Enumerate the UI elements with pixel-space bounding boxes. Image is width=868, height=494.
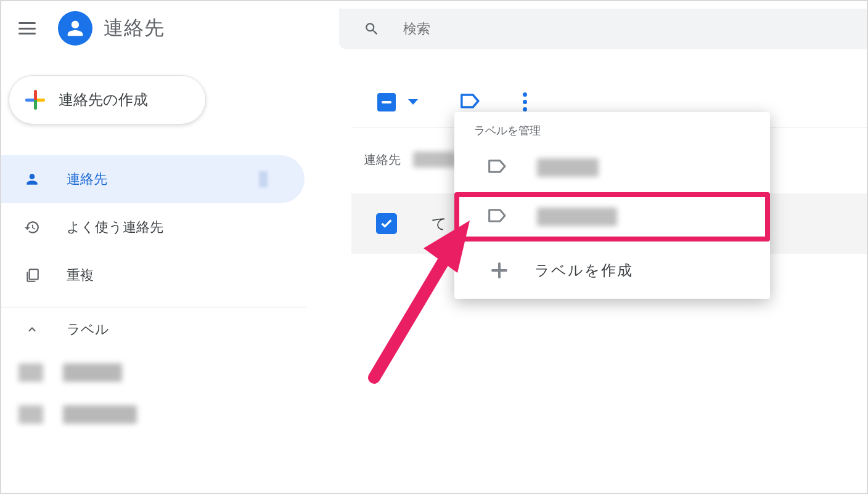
page-title: 連絡先 [104,15,165,42]
select-all-checkbox[interactable] [377,93,396,111]
history-icon [23,219,41,235]
popup-create-label-text: ラベルを作成 [534,261,633,280]
person-icon [66,19,84,38]
popup-label-text [537,158,599,177]
label-icon [18,405,43,424]
check-icon [380,217,393,230]
sidebar-item-contacts[interactable]: 連絡先 [1,155,305,203]
manage-labels-button[interactable] [460,93,481,111]
more-actions-button[interactable] [523,92,527,111]
sidebar-item-label: 連絡先 [67,170,107,188]
popup-title: ラベルを管理 [454,123,770,143]
contact-name: て [432,214,447,233]
label-text [63,363,122,382]
column-header: 連絡先 [351,144,456,175]
popup-label-item-highlighted[interactable] [454,192,770,241]
sidebar: 連絡先の作成 連絡先 よく使う連絡先 重複 ラベル [1,55,307,435]
sidebar-label-item[interactable] [1,352,307,394]
contacts-logo-icon[interactable] [58,11,92,46]
row-checkbox[interactable] [376,213,397,234]
sidebar-nav: 連絡先 よく使う連絡先 重複 [1,155,307,299]
search-input[interactable] [380,21,750,37]
person-icon [23,171,41,187]
popup-create-label-button[interactable]: ラベルを作成 [454,242,770,299]
search-icon [364,21,380,37]
sidebar-item-count [259,171,268,187]
column-header-extra [413,152,456,168]
sidebar-label-item[interactable] [1,394,307,435]
label-icon [488,208,507,225]
plus-icon [25,90,45,110]
popup-label-text [537,208,617,226]
sidebar-item-label: よく使う連絡先 [67,218,163,237]
create-contact-button[interactable]: 連絡先の作成 [9,75,206,124]
labels-popup: ラベルを管理 ラベルを作成 [454,112,770,299]
search-bar[interactable] [339,9,867,49]
sidebar-labels-title: ラベル [67,320,109,339]
menu-icon[interactable] [18,22,36,34]
label-icon [460,93,481,109]
popup-label-item[interactable] [454,143,770,192]
sidebar-item-duplicates[interactable]: 重複 [1,251,305,299]
copy-icon [23,267,41,283]
sidebar-item-label: 重複 [67,266,94,285]
chevron-up-icon [23,323,41,336]
column-header-label: 連絡先 [364,152,401,168]
create-contact-label: 連絡先の作成 [59,90,148,110]
label-icon [18,363,43,382]
label-text [63,405,137,424]
plus-icon [491,262,507,278]
sidebar-item-frequent[interactable]: よく使う連絡先 [1,203,305,251]
chevron-down-icon[interactable] [408,99,418,105]
label-icon [488,159,507,176]
svg-rect-0 [30,269,38,279]
sidebar-labels-header[interactable]: ラベル [1,307,307,352]
